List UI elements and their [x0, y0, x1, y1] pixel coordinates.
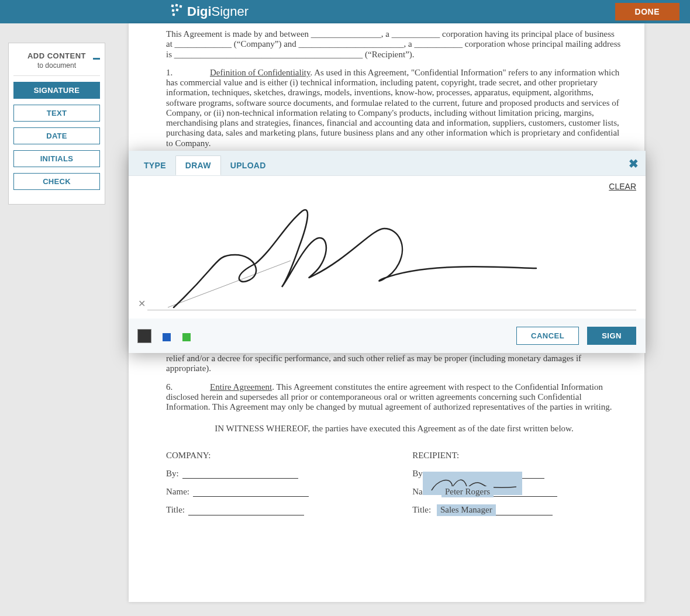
sec1-title: Definition of Confidentiality [210, 68, 310, 77]
sec6-title: Entire Agreement [210, 382, 272, 392]
signature-drawing [138, 193, 636, 310]
svg-rect-6 [93, 58, 100, 60]
logo-icon [170, 3, 184, 20]
tab-type[interactable]: TYPE [134, 156, 175, 175]
sidebar-item-initials[interactable]: INITIALS [13, 150, 100, 167]
color-swatch-black[interactable] [138, 330, 151, 342]
app-header: DigiSigner DONE [0, 0, 690, 23]
company-title-line[interactable] [188, 506, 304, 515]
color-swatch-green[interactable] [182, 333, 191, 341]
company-by-line[interactable] [182, 469, 298, 479]
company-by: By: [166, 469, 412, 479]
modal-tabs: TYPE DRAW UPLOAD ✖ [129, 151, 646, 175]
signature-block: COMPANY: By: Name: Title: RECIPIENT: By:… [166, 442, 622, 524]
signature-baseline [147, 310, 636, 310]
close-icon[interactable]: ✖ [629, 157, 639, 171]
svg-rect-2 [180, 5, 182, 8]
recipient-header: RECIPIENT: [412, 451, 622, 461]
title-label: Title: [166, 505, 185, 515]
doc-witness: IN WITNESS WHEREOF, the parties have exe… [166, 424, 622, 434]
sidebar-title-text: ADD CONTENT [27, 51, 86, 60]
sidebar-title: ADD CONTENT [13, 51, 100, 60]
recipient-by: By: [412, 469, 622, 479]
recipient-title-line[interactable]: Sales Manager [437, 506, 553, 515]
recipient-column: RECIPIENT: By: Name: Peter Rogers Title:… [412, 442, 622, 524]
company-name-line[interactable] [193, 487, 309, 497]
title-label-r: Title: [412, 505, 431, 515]
brand-bold: Digi [187, 4, 212, 19]
by-label: By: [166, 469, 179, 479]
clear-button[interactable]: CLEAR [609, 182, 636, 191]
color-swatch-blue[interactable] [163, 333, 171, 341]
recipient-title-value[interactable]: Sales Manager [437, 504, 496, 515]
company-title: Title: [166, 505, 412, 515]
brand-light: Signer [212, 4, 249, 19]
svg-rect-4 [176, 9, 179, 12]
company-header: COMPANY: [166, 451, 412, 461]
tab-draw[interactable]: DRAW [175, 155, 221, 175]
done-button[interactable]: DONE [615, 3, 679, 20]
svg-rect-1 [175, 4, 178, 7]
signature-x-marker: ✕ [138, 298, 146, 309]
sign-button[interactable]: SIGN [587, 327, 636, 345]
recipient-name: Name: Peter Rogers [412, 487, 622, 497]
signature-canvas[interactable]: ✕ [138, 193, 636, 310]
recipient-title: Title: Sales Manager [412, 505, 622, 515]
signature-modal: TYPE DRAW UPLOAD ✖ CLEAR ✕ CANCEL SIGN [129, 151, 646, 353]
modal-body: CLEAR ✕ [129, 175, 646, 313]
sidebar-subtitle: to document [13, 61, 100, 70]
recipient-name-value[interactable]: Peter Rogers [441, 486, 494, 497]
doc-intro: This Agreement is made by and between __… [166, 29, 622, 60]
doc-section-1: 1. Definition of Confidentiality. As use… [166, 68, 622, 148]
sidebar-item-check[interactable]: CHECK [13, 173, 100, 190]
company-column: COMPANY: By: Name: Title: [166, 442, 412, 524]
tab-upload[interactable]: UPLOAD [221, 156, 275, 175]
cancel-button[interactable]: CANCEL [516, 327, 579, 345]
sec1-num: 1. [166, 68, 172, 77]
modal-footer: CANCEL SIGN [129, 319, 646, 353]
sec1-body: . As used in this Agreement, "Confidenti… [166, 68, 619, 148]
sidebar-item-signature[interactable]: SIGNATURE [13, 82, 100, 99]
svg-rect-3 [172, 9, 175, 12]
sec6-num: 6. [166, 382, 172, 392]
sidebar-panel: ADD CONTENT to document SIGNATURE TEXT D… [8, 43, 105, 205]
company-name: Name: [166, 487, 412, 497]
svg-rect-5 [172, 13, 175, 16]
recipient-name-line[interactable]: Peter Rogers [441, 487, 557, 497]
brand-logo: DigiSigner [170, 3, 249, 20]
doc-section-6: 6. Entire Agreement. This Agreement cons… [166, 382, 622, 413]
recipient-by-line[interactable] [429, 469, 544, 479]
name-label: Name: [166, 487, 189, 497]
svg-rect-0 [171, 5, 174, 8]
sidebar-divider [13, 75, 100, 76]
sidebar-item-text[interactable]: TEXT [13, 105, 100, 122]
collapse-icon[interactable] [93, 53, 100, 55]
sidebar-item-date[interactable]: DATE [13, 127, 100, 144]
